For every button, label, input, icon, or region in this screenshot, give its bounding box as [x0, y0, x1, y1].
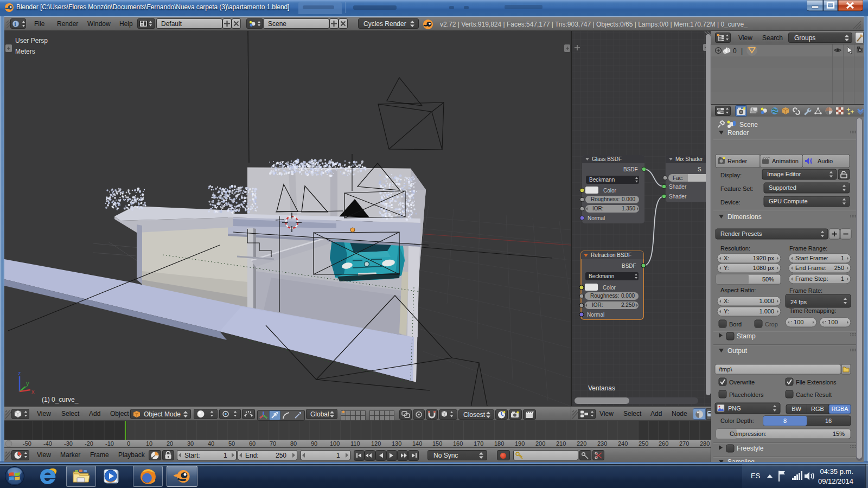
svg-text:Feature Set:: Feature Set:: [720, 185, 754, 192]
svg-text:Display:: Display:: [720, 172, 742, 178]
svg-text:Crop: Crop: [765, 321, 778, 328]
svg-text:250: 250: [834, 265, 844, 271]
svg-text:80: 80: [290, 440, 297, 447]
svg-text:50: 50: [228, 440, 235, 447]
svg-text:RGB: RGB: [811, 406, 824, 412]
svg-text:Render: Render: [727, 158, 747, 164]
svg-text:20: 20: [167, 440, 173, 447]
svg-text:1: 1: [841, 255, 844, 261]
svg-text:IOR:: IOR:: [592, 302, 603, 308]
svg-text:Beckmann: Beckmann: [589, 273, 614, 279]
svg-text:Ventanas: Ventanas: [588, 384, 615, 392]
svg-text:Normal: Normal: [588, 215, 605, 221]
svg-text:150: 150: [432, 440, 442, 447]
svg-text:1: 1: [841, 275, 844, 282]
svg-text:230: 230: [597, 440, 607, 447]
svg-text:i: i: [15, 21, 16, 27]
svg-text:250: 250: [639, 440, 648, 447]
svg-text:160: 160: [453, 440, 463, 447]
svg-text:0: 0: [733, 47, 737, 55]
svg-text:16: 16: [825, 418, 832, 424]
svg-text:/tmp\: /tmp\: [719, 366, 732, 373]
svg-text:Color Depth:: Color Depth:: [720, 418, 754, 424]
svg-text:Image Editor: Image Editor: [767, 171, 801, 177]
svg-text:PNG: PNG: [728, 405, 741, 412]
svg-text:Sampling: Sampling: [727, 458, 755, 462]
svg-text:RGBA: RGBA: [831, 406, 848, 412]
svg-text:Frame Range:: Frame Range:: [789, 245, 827, 252]
svg-text:Render Presets: Render Presets: [720, 230, 762, 237]
svg-text:170: 170: [474, 440, 483, 447]
svg-text:Device:: Device:: [720, 199, 741, 206]
svg-text:60: 60: [249, 440, 256, 447]
svg-text:30: 30: [187, 440, 194, 447]
svg-text:S: S: [698, 166, 701, 172]
svg-text:Normal: Normal: [587, 312, 604, 318]
svg-text:-20: -20: [85, 440, 93, 447]
svg-text:y: y: [26, 380, 29, 387]
svg-text:Shader: Shader: [669, 184, 687, 190]
svg-text:Shader: Shader: [669, 194, 687, 200]
svg-text:Roughness:: Roughness:: [590, 293, 619, 299]
svg-text:1920 px: 1920 px: [753, 255, 775, 261]
svg-text:100: 100: [330, 440, 340, 447]
svg-text:Freestyle: Freestyle: [737, 445, 764, 452]
svg-text:-10: -10: [105, 440, 114, 447]
svg-text:130: 130: [392, 440, 401, 447]
svg-text:Cache Result: Cache Result: [796, 391, 832, 398]
svg-text:10: 10: [146, 440, 152, 447]
svg-text:120: 120: [371, 440, 381, 447]
svg-text:70: 70: [270, 440, 276, 447]
svg-text:1.000: 1.000: [759, 298, 774, 304]
svg-text:(1) 0_curve_: (1) 0_curve_: [42, 396, 79, 403]
svg-text:Aspect Ratio:: Aspect Ratio:: [720, 287, 756, 293]
svg-text:1.350: 1.350: [622, 206, 635, 211]
svg-text:220: 220: [577, 440, 586, 447]
svg-text:Resolution:: Resolution:: [720, 245, 750, 252]
svg-text:Mix Shader: Mix Shader: [675, 156, 703, 162]
svg-text:: 100: : 100: [825, 319, 838, 325]
svg-text:Frame Step:: Frame Step:: [795, 275, 828, 282]
svg-text:280: 280: [700, 440, 710, 447]
svg-text:-40: -40: [43, 440, 52, 447]
svg-text:Frame Rate:: Frame Rate:: [789, 287, 822, 294]
svg-text:110: 110: [350, 440, 360, 447]
svg-text:140: 140: [412, 440, 422, 447]
svg-text:0: 0: [127, 440, 130, 447]
svg-text:|: |: [741, 47, 743, 55]
svg-text:Stamp: Stamp: [737, 332, 756, 340]
svg-text:BW: BW: [792, 406, 801, 412]
svg-text:X:: X:: [724, 298, 729, 304]
svg-text:0.000: 0.000: [621, 293, 635, 299]
svg-text:15%: 15%: [833, 431, 845, 437]
svg-text:90: 90: [311, 440, 317, 447]
svg-text:End Frame:: End Frame:: [795, 265, 826, 271]
svg-text:24 fps: 24 fps: [790, 299, 807, 305]
svg-text:270: 270: [679, 440, 689, 447]
svg-text:Compression:: Compression:: [730, 431, 767, 437]
svg-text:-50: -50: [23, 440, 31, 447]
svg-text:260: 260: [659, 440, 668, 447]
svg-text:Fac:: Fac:: [673, 175, 683, 181]
svg-text:Roughness:: Roughness:: [591, 196, 620, 202]
svg-text:1080 px: 1080 px: [753, 265, 775, 271]
svg-text:40: 40: [208, 440, 214, 447]
svg-text:Time Remapping:: Time Remapping:: [789, 307, 836, 314]
svg-text:z: z: [18, 370, 21, 376]
svg-text:Start Frame:: Start Frame:: [795, 255, 828, 261]
svg-text:Supported: Supported: [769, 184, 796, 191]
svg-text:200: 200: [535, 440, 545, 447]
svg-text:Beckmann: Beckmann: [589, 177, 615, 183]
svg-text:-30: -30: [64, 440, 73, 447]
svg-text:Meters: Meters: [15, 48, 35, 55]
svg-text:210: 210: [556, 440, 566, 447]
svg-text:IOR:: IOR:: [592, 206, 604, 211]
svg-text:Dimensions: Dimensions: [727, 213, 762, 221]
svg-text:BSDF: BSDF: [623, 166, 638, 172]
svg-text:Glass BSDF: Glass BSDF: [592, 156, 622, 162]
svg-text:Y:: Y:: [724, 308, 729, 314]
svg-text:Color: Color: [603, 285, 616, 291]
svg-text:x: x: [31, 388, 35, 395]
svg-text:50%: 50%: [762, 276, 774, 282]
svg-text:2.250: 2.250: [621, 302, 635, 308]
